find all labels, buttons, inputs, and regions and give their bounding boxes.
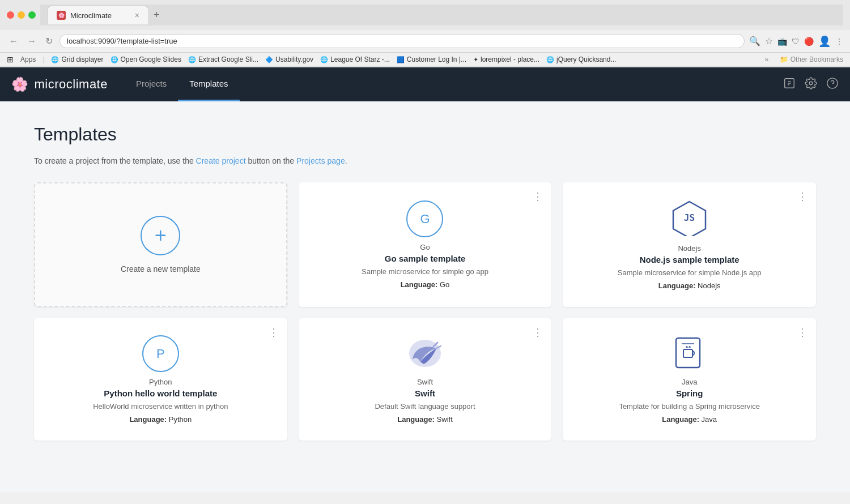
python-card-name: Python hello world template <box>104 388 217 398</box>
nav-projects[interactable]: Projects <box>125 67 178 101</box>
nav-templates[interactable]: Templates <box>178 67 239 101</box>
maximize-button[interactable] <box>28 11 36 19</box>
create-template-card[interactable]: + Create a new template <box>34 182 287 307</box>
card-menu-java[interactable]: ⋮ <box>797 326 808 339</box>
go-icon: G <box>406 200 443 237</box>
swift-card-desc: Default Swift language support <box>375 402 475 412</box>
python-card-language: Language: Python <box>129 415 192 424</box>
svg-rect-12 <box>676 338 700 368</box>
go-card-name: Go sample template <box>385 254 466 263</box>
java-card-language: Language: Java <box>662 415 717 424</box>
main-nav: Projects Templates <box>125 67 240 101</box>
refresh-button[interactable]: ↻ <box>43 33 55 49</box>
template-card-java[interactable]: ⋮ Java <box>563 318 816 441</box>
bookmark-usability[interactable]: 🔷 Usability.gov <box>265 55 313 63</box>
close-button[interactable] <box>7 11 14 19</box>
new-tab-button[interactable]: + <box>149 5 164 25</box>
shield-icon: 🛡 <box>792 37 800 46</box>
java-card-desc: Template for building a Spring microserv… <box>619 402 760 412</box>
java-lang-label: Java <box>682 378 697 386</box>
card-menu-swift[interactable]: ⋮ <box>533 326 543 339</box>
svg-rect-14 <box>683 349 692 357</box>
svg-point-4 <box>809 82 813 85</box>
card-menu-nodejs[interactable]: ⋮ <box>797 190 808 203</box>
template-grid: + Create a new template ⋮ G Go Go sample… <box>34 182 816 441</box>
url-bar[interactable]: localhost:9090/?template-list=true <box>60 34 745 48</box>
logo-text: microclimate <box>35 77 108 92</box>
minimize-button[interactable] <box>18 11 25 19</box>
tab-close-button[interactable]: × <box>135 11 139 20</box>
page-description: To create a project from the template, u… <box>34 156 816 165</box>
card-menu-python[interactable]: ⋮ <box>269 326 279 339</box>
logo-icon: 🌸 <box>11 76 29 92</box>
bookmark-lorempixel[interactable]: ✦ lorempixel - place... <box>473 55 539 63</box>
template-card-go[interactable]: ⋮ G Go Go sample template Sample microse… <box>299 182 552 307</box>
nav-icon-code[interactable] <box>783 77 796 92</box>
nav-icon-help[interactable] <box>826 77 839 92</box>
go-card-desc: Sample microservice for simple go app <box>362 267 488 277</box>
tab-title: Microclimate <box>70 11 112 20</box>
swift-card-language: Language: Swift <box>397 415 453 424</box>
template-card-nodejs[interactable]: ⋮ JS Nodejs Node.js sample template Samp… <box>563 182 816 307</box>
swift-lang-label: Swift <box>417 378 433 386</box>
template-card-python[interactable]: ⋮ P Python Python hello world template H… <box>34 318 287 441</box>
tab-favicon: 🌸 <box>57 11 66 20</box>
create-icon: + <box>141 216 180 255</box>
bookmark-jquery[interactable]: 🌐 jQuery Quicksand... <box>546 55 616 63</box>
nodejs-lang-label: Nodejs <box>678 244 700 253</box>
python-lang-label: Python <box>149 378 172 386</box>
create-label: Create a new template <box>121 264 201 274</box>
go-lang-label: Go <box>420 243 430 251</box>
app-logo[interactable]: 🌸 microclimate <box>11 76 108 92</box>
bookmarks-more-button[interactable]: » <box>765 55 769 63</box>
bookmark-extract-google[interactable]: 🌐 Extract Google Sli... <box>188 55 258 63</box>
other-bookmarks[interactable]: 📁 Other Bookmarks <box>780 55 843 63</box>
swift-card-name: Swift <box>415 388 435 398</box>
card-menu-go[interactable]: ⋮ <box>533 190 543 203</box>
nav-icon-settings[interactable] <box>805 77 817 92</box>
create-project-link[interactable]: Create project <box>196 156 246 165</box>
python-card-desc: HelloWorld microservice written in pytho… <box>93 402 228 412</box>
nodejs-card-desc: Sample microservice for simple Node.js a… <box>618 268 762 278</box>
nodejs-card-name: Node.js sample template <box>640 255 740 264</box>
bookmark-apps[interactable]: Apps <box>20 55 36 63</box>
apps-label: Apps <box>20 55 36 63</box>
page-title: Templates <box>34 124 816 145</box>
apps-grid-icon: ⊞ <box>7 55 14 64</box>
template-card-swift[interactable]: ⋮ Swift Swift Default Swift language sup… <box>299 318 552 441</box>
swift-icon <box>406 335 443 372</box>
nodejs-icon: JS <box>671 199 708 238</box>
svg-text:JS: JS <box>684 212 695 223</box>
profile-icon[interactable]: 👤 <box>818 35 831 48</box>
projects-page-link[interactable]: Projects page <box>296 156 345 165</box>
forward-button[interactable]: → <box>25 34 39 49</box>
extension-icon[interactable]: 🔴 <box>804 37 814 46</box>
menu-icon[interactable]: ⋮ <box>835 37 843 46</box>
python-icon: P <box>142 335 179 372</box>
svg-point-5 <box>827 78 838 88</box>
bookmark-customer-log[interactable]: 🟦 Customer Log In |... <box>397 55 466 63</box>
nodejs-card-language: Language: Nodejs <box>658 281 721 290</box>
bookmark-league[interactable]: 🌐 League Of Starz -... <box>320 55 390 63</box>
go-card-language: Language: Go <box>401 280 450 289</box>
back-button[interactable]: ← <box>7 34 20 49</box>
bookmark-grid-displayer[interactable]: 🌐 Grid displayer <box>51 55 103 63</box>
browser-tab[interactable]: 🌸 Microclimate × <box>47 6 149 24</box>
java-icon <box>671 335 708 372</box>
bookmark-star-icon[interactable]: ☆ <box>765 36 773 46</box>
search-icon[interactable]: 🔍 <box>749 36 760 46</box>
java-card-name: Spring <box>676 388 703 398</box>
cast-icon[interactable]: 📺 <box>777 37 787 46</box>
bookmark-google-slides[interactable]: 🌐 Open Google Slides <box>110 55 181 63</box>
